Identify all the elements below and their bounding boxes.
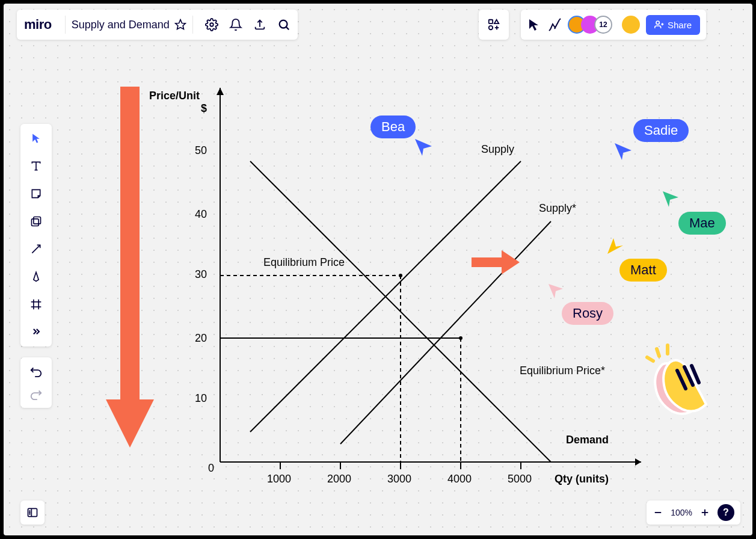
cursor-icon [415, 139, 433, 157]
cursor-icon [607, 238, 623, 254]
y-tick-30: 30 [195, 268, 207, 281]
demand-label: Demand [566, 434, 609, 446]
cursor-mae: Mae [678, 212, 726, 235]
svg-marker-31 [106, 399, 154, 448]
supply-star-label: Supply* [539, 202, 576, 215]
svg-marker-52 [415, 139, 432, 156]
cursor-icon [615, 143, 633, 161]
x-tick-5000: 5000 [508, 473, 532, 485]
svg-rect-30 [120, 87, 140, 399]
svg-marker-56 [549, 284, 563, 298]
equilibrium-star-label: Equilibrium Price* [520, 365, 605, 377]
y-tick-10: 10 [195, 392, 207, 405]
svg-point-49 [459, 336, 463, 340]
canvas[interactable]: Price/Unit $ 50 40 30 20 10 0 1000 2000 … [4, 4, 752, 535]
svg-marker-54 [663, 191, 678, 207]
x-axis-label: Qty (units) [555, 473, 609, 485]
svg-marker-53 [615, 143, 632, 160]
x-tick-1000: 1000 [267, 473, 291, 485]
cursor-rosy: Rosy [562, 302, 613, 325]
y-tick-0: 0 [208, 462, 214, 475]
y-axis-label: Price/Unit [149, 90, 200, 102]
clap-sticker[interactable] [635, 340, 719, 425]
shift-right-arrow[interactable] [472, 250, 520, 274]
x-tick-3000: 3000 [387, 473, 411, 485]
cursor-icon [663, 191, 680, 208]
y-tick-40: 40 [195, 208, 207, 221]
svg-marker-51 [502, 250, 520, 274]
svg-marker-33 [635, 458, 641, 466]
cursor-icon [549, 284, 563, 298]
y-axis-unit: $ [201, 102, 207, 115]
svg-marker-35 [217, 88, 224, 95]
y-tick-50: 50 [195, 144, 207, 157]
y-tick-20: 20 [195, 332, 207, 345]
supply-label: Supply [481, 143, 514, 156]
x-tick-2000: 2000 [327, 473, 351, 485]
svg-rect-50 [472, 257, 502, 267]
cursor-matt: Matt [619, 259, 667, 282]
equilibrium-label: Equilibrium Price [263, 256, 345, 269]
big-down-arrow[interactable] [106, 87, 154, 448]
svg-marker-55 [607, 238, 623, 254]
svg-point-46 [399, 274, 402, 277]
cursor-sadie: Sadie [633, 119, 689, 142]
cursor-bea: Bea [370, 116, 416, 138]
x-tick-4000: 4000 [447, 473, 472, 485]
